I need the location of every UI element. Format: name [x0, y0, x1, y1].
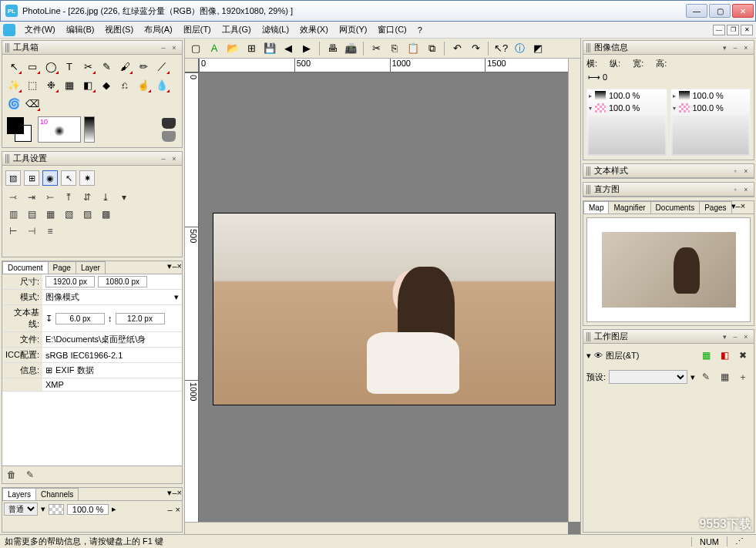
- mdi-close-button[interactable]: ✕: [741, 25, 753, 35]
- panel-close-icon[interactable]: ×: [741, 166, 751, 176]
- marquee-tool[interactable]: ⬚: [24, 76, 41, 93]
- new-group-icon[interactable]: ◧: [717, 348, 732, 362]
- paste-into-icon[interactable]: ⧉: [424, 41, 439, 56]
- print-icon[interactable]: 🖶: [324, 41, 340, 56]
- menu-file[interactable]: 文件(W): [20, 22, 60, 37]
- panel-min-icon[interactable]: ▫: [731, 166, 740, 176]
- color-swatches[interactable]: [7, 117, 35, 142]
- cat-icon-black[interactable]: [162, 118, 176, 129]
- dist-6-icon[interactable]: ▩: [98, 207, 113, 221]
- panel-close-icon[interactable]: ×: [170, 43, 179, 52]
- channel-thumb-2[interactable]: ▸100.0 % ▾100.0 %: [670, 89, 751, 156]
- align-menu-icon[interactable]: ▾: [116, 190, 132, 204]
- mode-btn-1[interactable]: ▧: [5, 170, 21, 186]
- ruler-origin[interactable]: [185, 59, 199, 72]
- preset-edit-icon[interactable]: ✎: [698, 370, 714, 384]
- menu-tools[interactable]: 工具(G): [217, 22, 256, 37]
- dist-5-icon[interactable]: ▨: [79, 207, 95, 221]
- edit-icon[interactable]: ✎: [22, 468, 38, 482]
- menu-web[interactable]: 网页(Y): [334, 22, 372, 37]
- align-right-icon[interactable]: ⤚: [42, 190, 58, 204]
- mode-btn-3[interactable]: ◉: [42, 170, 58, 186]
- panel-close-icon[interactable]: ×: [741, 185, 751, 194]
- eraser-tool[interactable]: ⌫: [24, 95, 41, 112]
- panel-close-icon[interactable]: ×: [741, 201, 745, 213]
- tab-pages[interactable]: Pages: [699, 201, 731, 213]
- menu-help[interactable]: ?: [413, 24, 427, 36]
- redo-icon[interactable]: ↷: [468, 41, 483, 56]
- panel-close-icon[interactable]: ×: [177, 488, 182, 500]
- panel-close-icon[interactable]: ×: [170, 154, 179, 163]
- collapse-icon[interactable]: ▾: [586, 351, 591, 361]
- tab-document[interactable]: Document: [2, 261, 49, 274]
- width-input[interactable]: [45, 276, 95, 287]
- opacity-input[interactable]: [67, 504, 109, 515]
- panel-close-icon[interactable]: ×: [176, 505, 180, 514]
- horizontal-ruler[interactable]: 050010001500: [199, 59, 580, 72]
- trash-icon[interactable]: 🗑: [4, 468, 19, 482]
- open-icon[interactable]: 📂: [225, 41, 240, 56]
- menu-filter[interactable]: 滤镜(L): [257, 22, 294, 37]
- opacity-slider-icon[interactable]: ▸: [112, 504, 116, 514]
- baseline2-input[interactable]: [116, 313, 165, 324]
- heal-tool[interactable]: ❉: [42, 76, 59, 93]
- align-left-icon[interactable]: ⤙: [5, 190, 21, 204]
- layer-name[interactable]: 图层(&T): [606, 350, 639, 361]
- panel-min-icon[interactable]: –: [159, 43, 168, 52]
- panel-min-icon[interactable]: –: [167, 505, 172, 514]
- move-tool[interactable]: ↖: [5, 58, 22, 75]
- browse-icon[interactable]: ⊞: [244, 41, 259, 56]
- tab-documents[interactable]: Documents: [650, 201, 701, 213]
- tab-layers[interactable]: Layers: [2, 488, 36, 500]
- dist-4-icon[interactable]: ▧: [61, 207, 76, 221]
- bucket-tool[interactable]: ◧: [79, 76, 96, 93]
- menu-window[interactable]: 窗口(C): [373, 22, 411, 37]
- next-icon[interactable]: ▶: [299, 41, 314, 56]
- window-minimize-button[interactable]: —: [686, 4, 707, 18]
- panel-close-icon[interactable]: ×: [177, 261, 182, 274]
- preset-dropdown-icon[interactable]: ▾: [690, 372, 695, 382]
- scan-icon[interactable]: 📠: [343, 41, 358, 56]
- align-bottom-icon[interactable]: ⤓: [98, 190, 113, 204]
- align-hcenter-icon[interactable]: ⇥: [24, 190, 39, 204]
- align-vcenter-icon[interactable]: ⇵: [79, 190, 95, 204]
- help-pointer-icon[interactable]: ↖?: [493, 41, 509, 56]
- smudge-tool[interactable]: ☝: [135, 76, 152, 93]
- mdi-minimize-button[interactable]: —: [713, 25, 725, 35]
- new-text-icon[interactable]: A: [207, 41, 222, 56]
- document-image[interactable]: [213, 213, 556, 405]
- window-maximize-button[interactable]: ▢: [709, 4, 731, 18]
- vertical-ruler[interactable]: 05001000: [185, 72, 199, 534]
- menu-layout[interactable]: 布局(A): [139, 22, 177, 37]
- brush-tool[interactable]: 🖌: [116, 58, 133, 75]
- mode-dropdown-icon[interactable]: ▾: [174, 292, 179, 302]
- visibility-icon[interactable]: 👁: [594, 351, 603, 360]
- panel-min-icon[interactable]: –: [731, 43, 740, 52]
- preset-select[interactable]: [609, 370, 687, 384]
- panel-close-icon[interactable]: ×: [741, 43, 751, 52]
- brush-preview[interactable]: 10: [38, 116, 81, 143]
- menu-effect[interactable]: 效果(X): [295, 22, 333, 37]
- cut-icon[interactable]: ✂: [368, 41, 384, 56]
- mode-btn-5[interactable]: ✷: [79, 170, 95, 186]
- text-tool[interactable]: T: [61, 58, 78, 75]
- baseline1-input[interactable]: [55, 313, 105, 324]
- panel-close-icon[interactable]: ×: [741, 332, 751, 341]
- tab-channels[interactable]: Channels: [35, 488, 79, 500]
- gradient-tool[interactable]: ▦: [61, 76, 78, 93]
- menu-layer[interactable]: 图层(T): [179, 22, 216, 37]
- tab-layer[interactable]: Layer: [76, 261, 106, 274]
- panel-min-icon[interactable]: –: [159, 154, 168, 163]
- channel-thumb-1[interactable]: ▸100.0 % ▾100.0 %: [586, 89, 667, 156]
- info-icon[interactable]: ⓘ: [512, 41, 527, 56]
- prev-icon[interactable]: ◀: [281, 41, 296, 56]
- mode-btn-4[interactable]: ↖: [61, 170, 76, 186]
- lasso-tool[interactable]: ◯: [42, 58, 59, 75]
- copy-icon[interactable]: ⎘: [387, 41, 402, 56]
- undo-icon[interactable]: ↶: [449, 41, 465, 56]
- mdi-restore-button[interactable]: ❐: [727, 25, 739, 35]
- tab-map[interactable]: Map: [583, 201, 609, 213]
- dist-1-icon[interactable]: ▥: [5, 207, 21, 221]
- horizontal-scrollbar[interactable]: [185, 522, 568, 534]
- wand-tool[interactable]: ✨: [5, 76, 22, 93]
